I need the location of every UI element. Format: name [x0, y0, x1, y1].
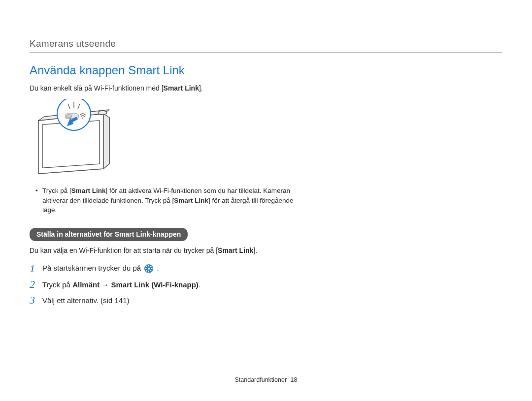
svg-rect-16 [151, 268, 153, 269]
subintro-a: Du kan välja en Wi-Fi-funktion för att s… [30, 247, 218, 254]
page-title: Använda knappen Smart Link [30, 63, 502, 77]
step-3: 3 Välj ett alternativ. (sid 141) [30, 295, 502, 306]
step-2-number: 2 [30, 279, 42, 290]
footer-label: Standardfunktioner [234, 376, 287, 383]
step-3-text: Välj ett alternativ. (sid 141) [42, 296, 129, 305]
step-2-a: Tryck på [42, 280, 72, 289]
step-1-number: 1 [30, 263, 42, 274]
svg-rect-14 [148, 271, 149, 273]
subintro-b: Smart Link [218, 247, 253, 254]
intro-text-after: ]. [199, 84, 203, 92]
document-page: Kamerans utseende Använda knappen Smart … [0, 0, 532, 401]
step-2-b: Allmänt [72, 280, 100, 289]
intro-text-before: Du kan enkelt slå på Wi-Fi-funktionen me… [30, 84, 164, 92]
section-header: Kamerans utseende [30, 38, 502, 53]
bullet-text: Tryck på [Smart Link] för att aktivera W… [42, 186, 297, 215]
step-1-text: På startskärmen trycker du på [42, 264, 159, 274]
subsection-pill: Ställa in alternativet för Smart Link-kn… [30, 228, 188, 241]
step-2-arrow: → [100, 280, 111, 289]
gear-icon [144, 264, 154, 274]
step-1-after: . [157, 264, 159, 272]
subintro-c: ]. [253, 247, 257, 254]
bullet-bold1: Smart Link [71, 187, 106, 194]
intro-paragraph: Du kan enkelt slå på Wi-Fi-funktionen me… [30, 84, 502, 92]
svg-point-1 [98, 111, 107, 115]
svg-rect-15 [145, 268, 147, 269]
page-footer: Standardfunktioner 18 [0, 376, 532, 383]
step-3-number: 3 [30, 295, 42, 306]
step-1: 1 På startskärmen trycker du på [30, 263, 502, 274]
intro-bold: Smart Link [164, 84, 199, 92]
bullet-bold2: Smart Link [174, 197, 208, 204]
step-1-text-inner: På startskärmen trycker du på [42, 264, 143, 272]
svg-point-12 [148, 268, 150, 270]
camera-illustration [30, 99, 502, 177]
step-2-text: Tryck på Allmänt → Smart Link (Wi-Fi-kna… [42, 280, 200, 289]
camera-svg [30, 99, 116, 175]
svg-rect-13 [148, 265, 149, 267]
svg-point-7 [82, 118, 83, 119]
steps-list: 1 På startskärmen trycker du på [30, 263, 502, 306]
bullet-dot: • [35, 186, 42, 215]
bullet-seg1: Tryck på [ [42, 187, 71, 194]
bullet-note: • Tryck på [Smart Link] för att aktivera… [35, 186, 297, 215]
step-2: 2 Tryck på Allmänt → Smart Link (Wi-Fi-k… [30, 279, 502, 290]
step-2-d: . [199, 280, 200, 289]
step-2-c: Smart Link (Wi-Fi-knapp) [111, 280, 198, 289]
svg-rect-6 [66, 115, 72, 118]
subintro-paragraph: Du kan välja en Wi-Fi-funktion för att s… [30, 246, 305, 256]
footer-page-number: 18 [291, 376, 298, 383]
